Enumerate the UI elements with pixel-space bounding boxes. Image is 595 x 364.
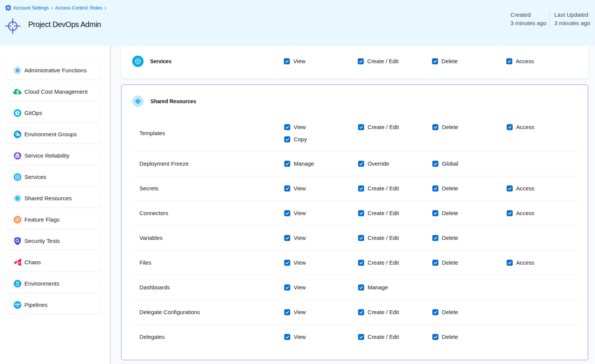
svg-text:$: $: [16, 89, 19, 94]
